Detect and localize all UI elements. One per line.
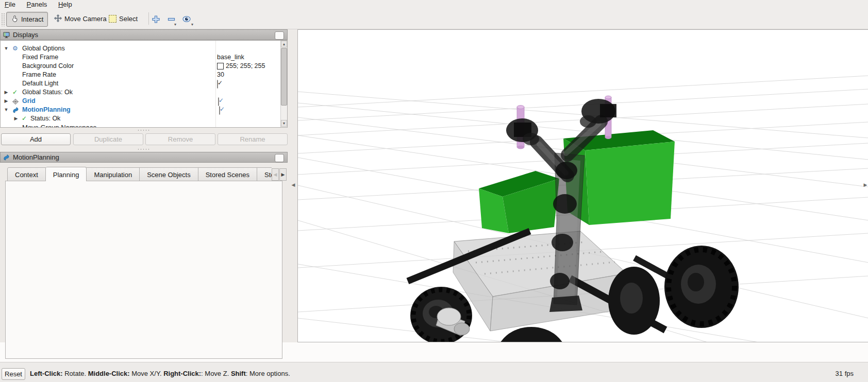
tree-row-grid[interactable]: ▶ Grid xyxy=(1,97,279,106)
expander-open-icon[interactable]: ▼ xyxy=(3,44,9,53)
tree-scrollbar[interactable]: ▲ ▼ xyxy=(280,41,287,127)
menu-file[interactable]: File xyxy=(0,0,20,10)
tree-label: Background Color xyxy=(22,62,74,71)
tab-scene-objects[interactable]: Scene Objects xyxy=(140,167,198,181)
tree-row-motionplanning[interactable]: ▼ MotionPlanning xyxy=(1,106,279,114)
planning-tab-pane xyxy=(5,181,282,359)
motionplanning-float-button[interactable] xyxy=(275,154,284,162)
collision-box-left xyxy=(479,171,559,233)
background-color-swatch[interactable] xyxy=(217,63,224,70)
frame-rate-value[interactable]: 30 xyxy=(217,71,224,79)
render-viewport[interactable] xyxy=(297,29,868,342)
plus-icon xyxy=(152,15,160,23)
scrollbar-thumb[interactable] xyxy=(281,48,287,106)
rename-label: Rename xyxy=(240,135,265,143)
tree-row-global-status[interactable]: ▶ ✓ Global Status: Ok xyxy=(1,88,279,97)
focus-camera-dropdown-arrow[interactable]: ▾ xyxy=(191,22,193,27)
status-ok-check-icon: ✓ xyxy=(22,114,27,123)
add-tool-button[interactable] xyxy=(149,13,162,25)
reset-button[interactable]: Reset xyxy=(2,368,25,380)
menu-help[interactable]: Help xyxy=(54,0,77,10)
tree-label: Move Group Namespace xyxy=(22,123,97,127)
fps-counter: 31 fps xyxy=(836,370,854,377)
expander-open-icon[interactable]: ▼ xyxy=(3,106,9,114)
fixed-frame-value[interactable]: base_link xyxy=(217,53,244,62)
move-camera-tool-label: Move Camera xyxy=(64,15,107,23)
selection-box-icon xyxy=(109,15,116,23)
3d-scene xyxy=(298,30,868,342)
tree-label: Frame Rate xyxy=(22,71,56,79)
tree-label: Global Options xyxy=(22,44,65,53)
tree-row-default-light[interactable]: Default Light xyxy=(1,79,279,88)
arm-base-mount xyxy=(549,296,582,312)
gear-icon: ⚙ xyxy=(12,44,18,53)
rviz-window: File Panels Help Interact Move Camera Se… xyxy=(0,0,868,382)
move-camera-tool-button[interactable]: Move Camera xyxy=(50,12,111,26)
toolbar-separator xyxy=(148,12,149,25)
interact-tool-button[interactable]: Interact xyxy=(6,12,48,27)
remove-label: Remove xyxy=(168,135,193,143)
background-color-value[interactable]: 255; 255; 255 xyxy=(226,62,265,71)
tree-row-mp-status[interactable]: ▶ ✓ Status: Ok xyxy=(1,114,279,123)
rename-display-button[interactable]: Rename xyxy=(218,133,288,145)
expander-closed-icon[interactable]: ▶ xyxy=(13,114,19,123)
menu-bar: File Panels Help xyxy=(0,0,868,10)
motionplanning-panel-icon xyxy=(3,154,10,161)
duplicate-label: Duplicate xyxy=(94,135,122,143)
motionplanning-enabled-checkbox[interactable] xyxy=(219,106,220,115)
expander-closed-icon[interactable]: ▶ xyxy=(3,88,9,97)
monitor-icon xyxy=(3,32,10,38)
default-light-checkbox[interactable] xyxy=(217,80,218,89)
eye-icon xyxy=(182,15,191,23)
tree-row-clipped[interactable]: Move Group Namespace xyxy=(1,123,279,127)
displays-panel-title: Displays xyxy=(13,31,38,39)
tree-row-frame-rate[interactable]: Frame Rate xyxy=(1,71,279,79)
status-ok-check-icon: ✓ xyxy=(12,88,18,97)
tab-stored-states[interactable]: Stored Stat xyxy=(257,167,272,181)
select-tool-button[interactable]: Select xyxy=(105,12,142,26)
menu-panels[interactable]: Panels xyxy=(22,0,52,10)
status-bar: Reset Left-Click: Rotate. Middle-Click: … xyxy=(0,362,868,382)
motionplanning-panel-titlebar[interactable]: MotionPlanning xyxy=(0,152,288,163)
remove-display-button[interactable]: Remove xyxy=(145,133,215,145)
tree-label: Grid xyxy=(22,97,36,106)
displays-float-button[interactable] xyxy=(275,31,284,40)
scroll-down-button[interactable]: ▼ xyxy=(281,120,287,127)
grid-enabled-checkbox[interactable] xyxy=(218,97,219,106)
displays-panel-titlebar[interactable]: Displays xyxy=(0,29,288,40)
remove-tool-dropdown-arrow[interactable]: ▾ xyxy=(174,22,176,27)
move-arrows-icon xyxy=(54,14,62,24)
tab-manipulation[interactable]: Manipulation xyxy=(87,167,140,181)
tree-label: Status: Ok xyxy=(30,114,60,123)
tree-label: MotionPlanning xyxy=(22,106,71,114)
panel-collapse-left-handle[interactable]: ◀ xyxy=(291,180,296,190)
tree-row-global-options[interactable]: ▼ ⚙ Global Options xyxy=(1,44,279,53)
tab-planning[interactable]: Planning xyxy=(46,167,87,181)
tab-context[interactable]: Context xyxy=(7,167,46,181)
toolbar-drag-handle[interactable] xyxy=(1,13,5,26)
displays-tree: ▼ ⚙ Global Options Fixed Frame Backgroun… xyxy=(0,40,288,128)
select-tool-label: Select xyxy=(119,15,138,23)
tree-column-divider xyxy=(215,41,216,127)
tree-label: Default Light xyxy=(22,79,58,88)
add-display-button[interactable]: Add xyxy=(1,133,71,145)
scroll-up-button[interactable]: ▲ xyxy=(281,41,287,47)
duplicate-display-button[interactable]: Duplicate xyxy=(73,133,143,145)
tab-stored-scenes[interactable]: Stored Scenes xyxy=(198,167,257,181)
add-label: Add xyxy=(30,135,42,143)
mouse-help-text: Left-Click: Rotate. Middle-Click: Move X… xyxy=(30,370,290,377)
interact-tool-label: Interact xyxy=(21,15,43,23)
motionplanning-tab-bar: ContextPlanningManipulationScene Objects… xyxy=(7,166,272,181)
motionplanning-panel-title: MotionPlanning xyxy=(13,153,59,161)
splitter-handle[interactable] xyxy=(137,129,151,131)
tab-scroll-left-button[interactable]: ◀ xyxy=(272,168,279,181)
panel-collapse-right-handle[interactable]: ▶ xyxy=(863,180,868,190)
tree-label: Fixed Frame xyxy=(22,53,58,62)
tree-label: Global Status: Ok xyxy=(22,88,73,97)
tab-scroll-right-button[interactable]: ▶ xyxy=(279,168,287,181)
expander-closed-icon[interactable]: ▶ xyxy=(3,97,9,106)
splitter-handle[interactable] xyxy=(137,148,151,150)
hand-pointer-icon xyxy=(11,15,19,24)
